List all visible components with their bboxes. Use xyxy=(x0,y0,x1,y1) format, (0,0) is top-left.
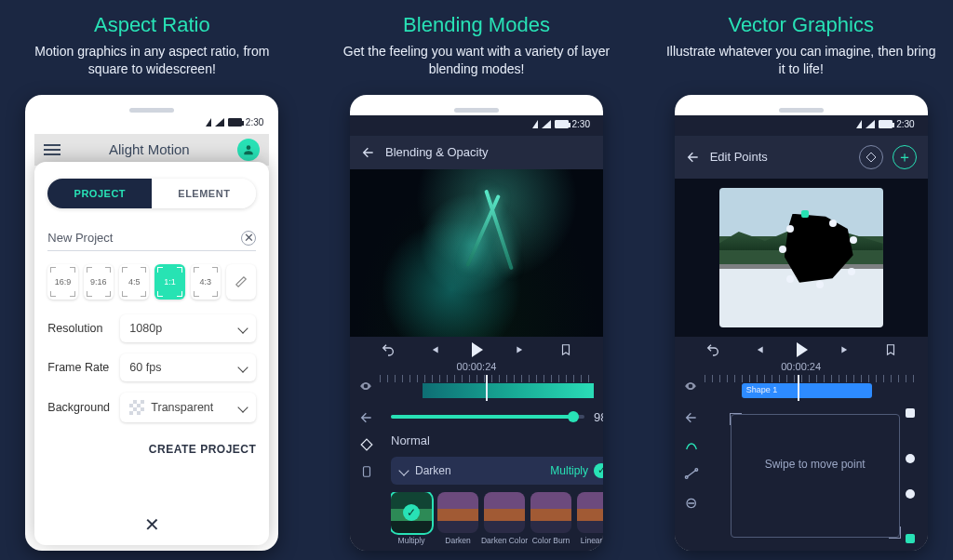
clear-icon[interactable]: ✕ xyxy=(241,231,256,246)
current-blend-mode[interactable]: Normal xyxy=(391,433,603,447)
diamond-icon[interactable] xyxy=(360,438,373,451)
skip-end-button[interactable] xyxy=(515,343,528,356)
transport-controls xyxy=(675,337,928,359)
background-dropdown[interactable]: Transparent xyxy=(120,393,256,422)
play-button[interactable] xyxy=(472,342,483,357)
vector-point[interactable] xyxy=(816,281,824,288)
vector-point[interactable] xyxy=(801,210,809,218)
device-icon[interactable] xyxy=(360,464,373,479)
close-sheet-button[interactable]: ✕ xyxy=(47,513,256,536)
status-bar: 2:30 xyxy=(34,115,269,134)
hamburger-icon[interactable] xyxy=(44,141,60,158)
feature-panel-blending: Blending Modes Get the feeling you want … xyxy=(342,9,612,560)
project-name-value: New Project xyxy=(47,231,113,245)
diamond-button[interactable] xyxy=(859,145,883,169)
eye-icon[interactable] xyxy=(684,380,697,393)
skip-start-button[interactable] xyxy=(752,343,765,356)
new-project-sheet: PROJECT ELEMENT New Project ✕ 16:9 9:16 … xyxy=(34,162,269,545)
transparency-checker-icon xyxy=(129,400,144,415)
vector-point[interactable] xyxy=(829,220,837,227)
timeline-cursor[interactable] xyxy=(798,375,799,401)
bookmark-button[interactable] xyxy=(884,343,897,356)
screen-title: Blending & Opacity xyxy=(385,145,489,159)
signal-icon xyxy=(215,118,224,127)
avatar-button[interactable] xyxy=(237,139,260,161)
skip-start-button[interactable] xyxy=(427,343,440,356)
vector-point[interactable] xyxy=(850,236,857,244)
vector-point[interactable] xyxy=(786,225,794,233)
blend-thumb-multiply[interactable]: ✓Multiply xyxy=(391,492,432,545)
project-name-input[interactable]: New Project ✕ xyxy=(47,231,256,251)
tab-project[interactable]: PROJECT xyxy=(47,179,152,208)
app-bar: Edit Points ＋ xyxy=(675,136,928,179)
vector-point[interactable] xyxy=(786,275,794,283)
handle-point[interactable] xyxy=(906,489,915,499)
handle-point[interactable] xyxy=(906,454,915,463)
status-bar: 2:30 xyxy=(350,115,603,136)
aspect-4-5[interactable]: 4:5 xyxy=(119,264,149,300)
opacity-row: 98% xyxy=(391,410,603,424)
eye-icon[interactable] xyxy=(359,380,372,393)
vector-point[interactable] xyxy=(779,246,786,253)
check-icon: ✓ xyxy=(594,463,603,478)
aspect-1-1[interactable]: 1:1 xyxy=(154,264,184,300)
panel-title: Blending Modes xyxy=(403,13,550,37)
opacity-value: 98% xyxy=(594,410,603,424)
handle-point[interactable] xyxy=(906,534,915,543)
signal-icon xyxy=(866,120,875,128)
tool-column xyxy=(350,401,383,551)
panel-subtitle: Motion graphics in any aspect ratio, fro… xyxy=(17,43,288,78)
panel-title: Aspect Ratio xyxy=(94,13,210,37)
phone-mockup: 2:30 Alight Motion PROJECT ELEMENT New P… xyxy=(25,95,278,551)
blend-group-header[interactable]: Darken Multiply ✓ xyxy=(391,457,603,485)
network-icon xyxy=(532,120,538,128)
battery-icon xyxy=(228,118,242,127)
timeline-cursor[interactable] xyxy=(486,375,488,401)
tab-element[interactable]: ELEMENT xyxy=(152,179,256,208)
blend-thumb-darken-color[interactable]: Darken Color xyxy=(484,492,525,545)
phone-speaker xyxy=(779,108,824,113)
panel-subtitle: Illustrate whatever you can imagine, the… xyxy=(665,43,936,78)
swipe-hint: Swipe to move point xyxy=(732,458,899,471)
handle-point[interactable] xyxy=(906,408,915,418)
framerate-label: Frame Rate xyxy=(47,361,120,374)
move-point-frame[interactable]: Swipe to move point xyxy=(731,414,900,538)
back-button[interactable] xyxy=(361,145,376,160)
create-project-button[interactable]: CREATE PROJECT xyxy=(47,443,256,456)
aspect-9-16[interactable]: 9:16 xyxy=(84,264,114,300)
panel-subtitle: Get the feeling you want with a variety … xyxy=(342,43,612,78)
status-time: 2:30 xyxy=(572,119,590,129)
bookmark-button[interactable] xyxy=(559,343,572,356)
blend-thumb-color-burn[interactable]: Color Burn xyxy=(530,492,571,545)
app-bar: Blending & Opacity xyxy=(350,136,603,169)
blend-thumb-darken[interactable]: Darken xyxy=(437,492,478,545)
timeline-clip[interactable]: Shape 1 xyxy=(742,383,872,398)
play-button[interactable] xyxy=(797,342,808,357)
skip-end-button[interactable] xyxy=(839,343,852,356)
vector-point[interactable] xyxy=(848,268,855,275)
back-icon[interactable] xyxy=(359,410,374,425)
network-icon xyxy=(206,118,211,127)
project-type-segmented: PROJECT ELEMENT xyxy=(47,179,256,208)
app-title: Alight Motion xyxy=(109,141,190,157)
timeline-clip[interactable] xyxy=(423,383,594,398)
back-button[interactable] xyxy=(686,150,701,165)
opacity-slider[interactable] xyxy=(391,415,584,419)
chevron-down-icon xyxy=(238,323,248,333)
preview-canvas[interactable] xyxy=(350,169,603,337)
point-handle-rail xyxy=(906,408,915,543)
undo-button[interactable] xyxy=(705,342,720,357)
panel-title: Vector Graphics xyxy=(728,13,874,37)
undo-button[interactable] xyxy=(381,342,396,357)
preview-canvas[interactable] xyxy=(675,179,928,337)
chevron-down-icon xyxy=(398,465,409,475)
aspect-4-3[interactable]: 4:3 xyxy=(191,264,221,300)
resolution-dropdown[interactable]: 1080p xyxy=(120,314,256,342)
add-point-button[interactable]: ＋ xyxy=(893,145,917,169)
aspect-custom[interactable] xyxy=(226,264,256,300)
aspect-16-9[interactable]: 16:9 xyxy=(47,264,77,300)
transport-controls xyxy=(350,337,603,359)
framerate-dropdown[interactable]: 60 fps xyxy=(120,353,256,381)
blend-thumb-linear-burn[interactable]: Linear Bu xyxy=(577,492,603,545)
battery-icon xyxy=(879,120,893,128)
